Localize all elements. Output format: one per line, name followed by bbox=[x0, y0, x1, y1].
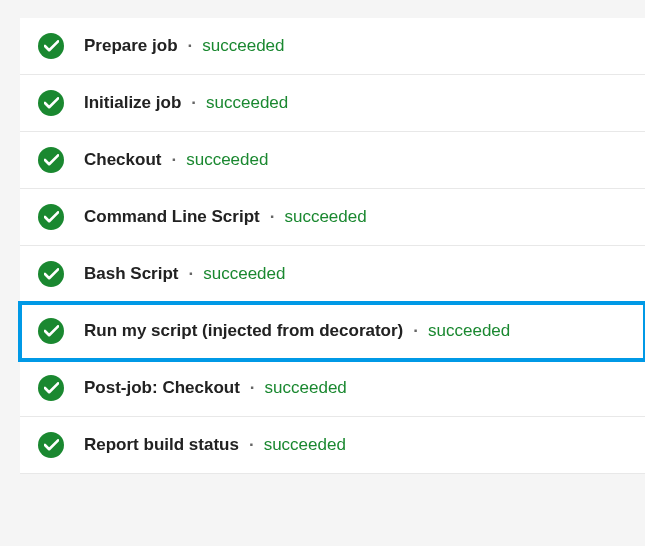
success-check-icon bbox=[38, 147, 64, 173]
step-row[interactable]: Command Line Script · succeeded bbox=[20, 189, 645, 246]
status-badge: succeeded bbox=[284, 207, 366, 227]
pipeline-step-list: Prepare job · succeeded Initialize job ·… bbox=[20, 18, 645, 474]
step-row[interactable]: Report build status · succeeded bbox=[20, 417, 645, 474]
status-badge: succeeded bbox=[428, 321, 510, 341]
success-check-icon bbox=[38, 375, 64, 401]
step-row-highlighted[interactable]: Run my script (injected from decorator) … bbox=[20, 303, 645, 360]
step-name: Run my script (injected from decorator) bbox=[84, 321, 403, 341]
success-check-icon bbox=[38, 33, 64, 59]
step-name: Initialize job bbox=[84, 93, 181, 113]
success-check-icon bbox=[38, 204, 64, 230]
separator: · bbox=[191, 93, 196, 113]
step-row[interactable]: Initialize job · succeeded bbox=[20, 75, 645, 132]
step-name: Post-job: Checkout bbox=[84, 378, 240, 398]
step-row[interactable]: Prepare job · succeeded bbox=[20, 18, 645, 75]
status-badge: succeeded bbox=[186, 150, 268, 170]
separator: · bbox=[249, 435, 254, 455]
status-badge: succeeded bbox=[202, 36, 284, 56]
status-badge: succeeded bbox=[265, 378, 347, 398]
step-name: Prepare job bbox=[84, 36, 178, 56]
status-badge: succeeded bbox=[206, 93, 288, 113]
step-row[interactable]: Bash Script · succeeded bbox=[20, 246, 645, 303]
status-badge: succeeded bbox=[203, 264, 285, 284]
step-name: Command Line Script bbox=[84, 207, 260, 227]
separator: · bbox=[250, 378, 255, 398]
success-check-icon bbox=[38, 318, 64, 344]
step-row[interactable]: Checkout · succeeded bbox=[20, 132, 645, 189]
step-name: Bash Script bbox=[84, 264, 178, 284]
step-name: Checkout bbox=[84, 150, 161, 170]
separator: · bbox=[188, 36, 193, 56]
separator: · bbox=[270, 207, 275, 227]
status-badge: succeeded bbox=[264, 435, 346, 455]
separator: · bbox=[413, 321, 418, 341]
success-check-icon bbox=[38, 432, 64, 458]
step-row[interactable]: Post-job: Checkout · succeeded bbox=[20, 360, 645, 417]
success-check-icon bbox=[38, 90, 64, 116]
separator: · bbox=[188, 264, 193, 284]
separator: · bbox=[171, 150, 176, 170]
success-check-icon bbox=[38, 261, 64, 287]
step-name: Report build status bbox=[84, 435, 239, 455]
